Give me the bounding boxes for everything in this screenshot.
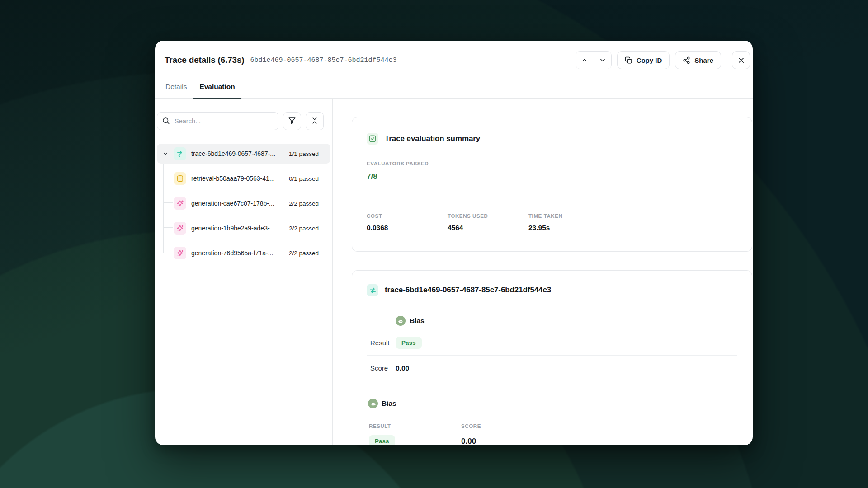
tree-item-generation-3[interactable]: generation-76d9565a-f71a-... 2/2 passed <box>157 243 330 263</box>
previous-trace-button[interactable] <box>576 52 594 69</box>
stat-cost: COST 0.0368 <box>367 213 448 232</box>
evaluator-name: Bias <box>382 399 396 408</box>
chevron-down-icon[interactable] <box>162 150 169 157</box>
search-input[interactable] <box>157 112 278 130</box>
modal-header: Trace details (6.73s) 6bd1e469-0657-4687… <box>155 41 753 76</box>
tree-item-label: retrieval-b50aaa79-0563-41... <box>191 175 274 182</box>
score-header: SCORE <box>461 423 737 429</box>
pass-badge: Pass <box>369 435 395 445</box>
filter-icon <box>288 117 296 126</box>
result-header: RESULT <box>369 423 461 429</box>
close-icon <box>737 56 745 65</box>
score-column: SCORE 0.00 <box>461 423 737 445</box>
pass-badge: Pass <box>396 337 422 349</box>
copy-icon <box>625 56 632 64</box>
search-row <box>157 112 324 130</box>
tree-item-label: generation-76d9565a-f71a-... <box>191 249 273 257</box>
tree-item-passed: 0/1 passed <box>285 175 319 182</box>
tree-item-label: generation-1b9be2a9-ade3-... <box>191 225 275 232</box>
stat-label: TOKENS USED <box>448 213 528 219</box>
chevron-spacer <box>162 250 169 256</box>
chevron-spacer <box>162 225 169 231</box>
copy-id-label: Copy ID <box>637 56 662 64</box>
share-button[interactable]: Share <box>675 51 721 69</box>
trace-icon <box>367 284 378 296</box>
stat-value: 23.95s <box>528 224 609 232</box>
summary-card-title: Trace evaluation summary <box>385 134 480 143</box>
tree-item-passed: 1/1 passed <box>285 150 319 157</box>
collapse-all-button[interactable] <box>306 112 324 130</box>
evaluator-summary-header-bias: Bias <box>367 399 737 408</box>
next-trace-button[interactable] <box>594 52 611 69</box>
chevron-spacer <box>162 175 169 182</box>
result-row: Result Pass <box>367 330 737 355</box>
score-value: 0.00 <box>396 364 409 372</box>
trace-evaluator-card: trace-6bd1e469-0657-4687-85c7-6bd21df544… <box>352 270 752 445</box>
tab-evaluation[interactable]: Evaluation <box>193 76 241 99</box>
stat-label: TIME TAKEN <box>528 213 609 219</box>
result-label: Result <box>370 339 396 347</box>
tree-item-label: generation-cae67c07-178b-... <box>191 200 274 207</box>
tree-item-retrieval[interactable]: retrieval-b50aaa79-0563-41... 0/1 passed <box>157 169 330 188</box>
stat-value: 4564 <box>448 224 528 232</box>
trace-card-title: trace-6bd1e469-0657-4687-85c7-6bd21df544… <box>385 286 551 295</box>
sparkles-icon <box>174 197 186 210</box>
trace-evaluation-summary-card: Trace evaluation summary EVALUATORS PASS… <box>352 117 752 252</box>
trace-details-modal: Trace details (6.73s) 6bd1e469-0657-4687… <box>155 41 753 445</box>
robot-icon <box>396 316 406 326</box>
tree-item-generation-1[interactable]: generation-cae67c07-178b-... 2/2 passed <box>157 193 330 213</box>
stat-time: TIME TAKEN 23.95s <box>528 213 609 232</box>
evaluators-passed-label: EVALUATORS PASSED <box>367 161 737 166</box>
trace-tree: trace-6bd1e469-0657-4687-... 1/1 passed … <box>155 144 332 263</box>
tab-details[interactable]: Details <box>159 76 193 99</box>
close-button[interactable] <box>732 51 750 69</box>
tree-item-generation-2[interactable]: generation-1b9be2a9-ade3-... 2/2 passed <box>157 218 330 238</box>
stat-label: COST <box>367 213 448 219</box>
evaluation-panel: Trace evaluation summary EVALUATORS PASS… <box>333 99 753 445</box>
stats-row: COST 0.0368 TOKENS USED 4564 TIME TAKEN … <box>367 213 737 232</box>
collapse-icon <box>311 117 319 126</box>
result-column: RESULT Pass <box>369 423 461 445</box>
score-label: Score <box>370 364 396 372</box>
sparkles-icon <box>174 222 186 235</box>
score-value: 0.00 <box>461 437 737 445</box>
tree-item-passed: 2/2 passed <box>285 200 319 207</box>
header-actions: Copy ID Share <box>576 51 750 69</box>
trace-id: 6bd1e469-0657-4687-85c7-6bd21df544c3 <box>250 56 396 64</box>
copy-id-button[interactable]: Copy ID <box>617 51 670 69</box>
check-square-icon <box>367 133 378 145</box>
stat-tokens: TOKENS USED 4564 <box>448 213 528 232</box>
chevron-spacer <box>162 200 169 206</box>
evaluators-passed-value: 7/8 <box>367 172 737 181</box>
score-row: Score 0.00 <box>367 356 737 380</box>
sparkles-icon <box>174 247 186 259</box>
page-title: Trace details (6.73s) <box>165 55 244 65</box>
trace-tree-sidebar: trace-6bd1e469-0657-4687-... 1/1 passed … <box>155 99 333 445</box>
chevron-up-icon <box>580 56 589 64</box>
share-label: Share <box>694 56 713 64</box>
stat-value: 0.0368 <box>367 224 448 232</box>
search-box <box>157 112 278 130</box>
tab-bar: Details Evaluation <box>155 76 753 99</box>
chevron-down-icon <box>599 56 607 64</box>
trace-nav-group <box>576 51 612 69</box>
evaluator-name: Bias <box>410 317 425 325</box>
trace-icon <box>174 147 186 160</box>
filter-button[interactable] <box>283 112 301 130</box>
database-icon <box>174 172 186 185</box>
tree-item-passed: 2/2 passed <box>285 250 319 257</box>
share-icon <box>683 56 690 64</box>
tree-item-passed: 2/2 passed <box>285 225 319 232</box>
robot-icon <box>368 399 378 408</box>
evaluator-result-grid: RESULT Pass SCORE 0.00 <box>367 423 737 445</box>
tree-item-label: trace-6bd1e469-0657-4687-... <box>191 150 275 157</box>
evaluator-header-bias: Bias <box>396 316 737 326</box>
divider <box>367 197 737 197</box>
tree-item-trace[interactable]: trace-6bd1e469-0657-4687-... 1/1 passed <box>157 144 330 164</box>
